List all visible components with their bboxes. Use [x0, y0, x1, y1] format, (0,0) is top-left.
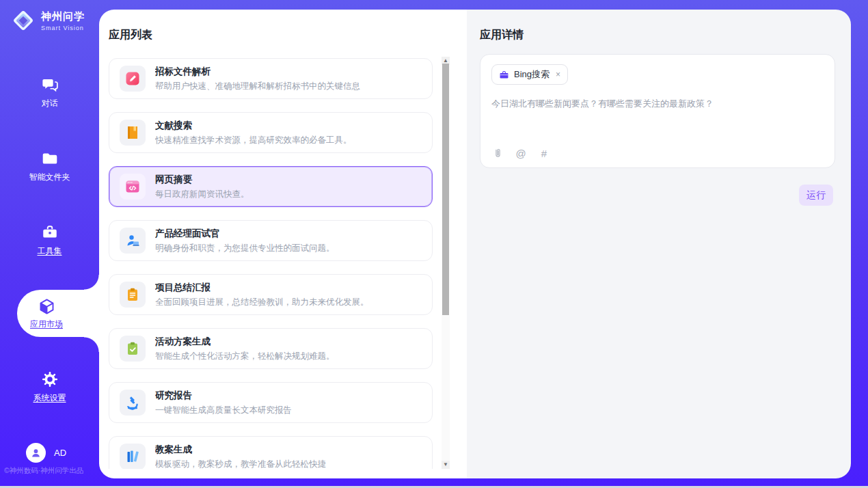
run-button[interactable]: 运行: [799, 185, 833, 206]
app-frame: 应用列表 招标文件解析 帮助用户快速、准确地理解和解析招标书中的关键信息 文献搜…: [0, 0, 868, 488]
at-icon[interactable]: @: [515, 147, 527, 159]
app-detail-panel: 应用详情 Bing搜索 × 今日湖北有哪些新闻要点？有哪些需要关注的最新政策？: [467, 10, 851, 478]
briefcase-icon: [499, 70, 509, 80]
sidebar-item-2[interactable]: 工具集: [0, 223, 99, 257]
diamond-logo-icon: [11, 8, 36, 33]
app-name: 招标文件解析: [155, 66, 360, 78]
webpage-summary-icon: [120, 174, 146, 200]
app-description: 明确身份和职责，为您提供专业性的面试问题。: [155, 243, 335, 254]
app-card-5[interactable]: 活动方案生成 智能生成个性化活动方案，轻松解决规划难题。: [109, 328, 433, 369]
app-description: 全面回顾项目进展，总结经验教训，助力未来优化发展。: [155, 297, 369, 308]
brand-name: 神州问学: [41, 10, 85, 23]
query-composer: Bing搜索 × 今日湖北有哪些新闻要点？有哪些需要关注的最新政策？ @ #: [480, 54, 835, 168]
app-name: 研究报告: [155, 390, 292, 402]
app-card-7[interactable]: 教案生成 模板驱动，教案秒成，教学准备从此轻松快捷: [109, 436, 433, 469]
bid-document-icon: [120, 66, 146, 92]
project-summary-icon: [120, 282, 146, 308]
scroll-down-icon[interactable]: ▼: [442, 461, 450, 469]
gear-icon: [40, 370, 59, 388]
app-card-3[interactable]: 产品经理面试官 明确身份和职责，为您提供专业性的面试问题。: [109, 220, 433, 261]
sidebar-item-0[interactable]: 对话: [0, 75, 99, 109]
paperclip-icon[interactable]: [491, 147, 504, 159]
event-plan-icon: [120, 336, 146, 362]
pm-interviewer-icon: [120, 228, 146, 254]
app-list-panel: 应用列表 招标文件解析 帮助用户快速、准确地理解和解析招标书中的关键信息 文献搜…: [99, 10, 467, 478]
app-list: 招标文件解析 帮助用户快速、准确地理解和解析招标书中的关键信息 文献搜索 快速精…: [109, 57, 433, 469]
app-description: 一键智能生成高质量长文本研究报告: [155, 405, 292, 416]
sidebar-item-label: 对话: [42, 98, 58, 109]
app-list-scrollbar: ▲ ▼: [442, 57, 450, 469]
app-description: 每日政府新闻资讯快查。: [155, 189, 249, 200]
sidebar-item-label: 应用市场: [30, 318, 63, 330]
app-description: 快速精准查找学术资源，提高研究效率的必备工具。: [155, 135, 352, 146]
app-card-0[interactable]: 招标文件解析 帮助用户快速、准确地理解和解析招标书中的关键信息: [109, 58, 433, 99]
chat-icon: [40, 75, 59, 94]
sidebar: 神州问学 Smart Vision 对话 智能文件夹 工具集 应用市场 系统设置…: [0, 0, 99, 488]
literature-search-icon: [120, 120, 146, 146]
copyright-footer: ©神州数码·神州问学出品: [4, 466, 95, 476]
app-detail-title: 应用详情: [480, 28, 524, 42]
app-list-title: 应用列表: [109, 28, 152, 42]
app-name: 文献搜索: [155, 120, 352, 132]
composer-toolbar: @ #: [491, 147, 550, 159]
lesson-plan-icon: [120, 444, 146, 469]
app-description: 智能生成个性化活动方案，轻松解决规划难题。: [155, 351, 335, 362]
app-name: 活动方案生成: [155, 336, 335, 348]
sidebar-item-1[interactable]: 智能文件夹: [0, 149, 99, 183]
user-avatar-icon: [26, 443, 46, 463]
research-report-icon: [120, 390, 146, 416]
brand-logo: 神州问学 Smart Vision: [11, 8, 85, 33]
user-name: AD: [54, 448, 66, 458]
app-name: 教案生成: [155, 444, 326, 456]
cube-icon: [38, 297, 56, 316]
sidebar-item-3[interactable]: 应用市场: [17, 290, 99, 337]
sidebar-item-label: 系统设置: [33, 392, 66, 404]
app-name: 网页摘要: [155, 174, 249, 186]
brand-subtitle: Smart Vision: [41, 25, 85, 31]
app-card-4[interactable]: 项目总结汇报 全面回顾项目进展，总结经验教训，助力未来优化发展。: [109, 274, 433, 315]
hash-icon[interactable]: #: [538, 147, 550, 159]
sidebar-item-label: 工具集: [38, 245, 62, 257]
user-row[interactable]: AD: [26, 443, 66, 463]
sidebar-item-4[interactable]: 系统设置: [0, 370, 99, 404]
app-description: 帮助用户快速、准确地理解和解析招标书中的关键信息: [155, 81, 360, 92]
folder-icon: [40, 149, 59, 167]
tool-tag-bing-search[interactable]: Bing搜索 ×: [491, 64, 568, 85]
query-text[interactable]: 今日湖北有哪些新闻要点？有哪些需要关注的最新政策？: [491, 98, 824, 110]
app-description: 模板驱动，教案秒成，教学准备从此轻松快捷: [155, 459, 326, 470]
tool-tag-label: Bing搜索: [514, 68, 550, 81]
tag-close-icon[interactable]: ×: [556, 70, 560, 79]
app-card-6[interactable]: 研究报告 一键智能生成高质量长文本研究报告: [109, 382, 433, 423]
app-card-1[interactable]: 文献搜索 快速精准查找学术资源，提高研究效率的必备工具。: [109, 112, 433, 153]
toolbox-icon: [40, 223, 59, 241]
scrollbar-thumb[interactable]: [442, 64, 449, 315]
app-name: 项目总结汇报: [155, 282, 369, 294]
app-name: 产品经理面试官: [155, 228, 335, 240]
app-card-2[interactable]: 网页摘要 每日政府新闻资讯快查。: [109, 166, 433, 207]
sidebar-item-label: 智能文件夹: [29, 172, 70, 183]
